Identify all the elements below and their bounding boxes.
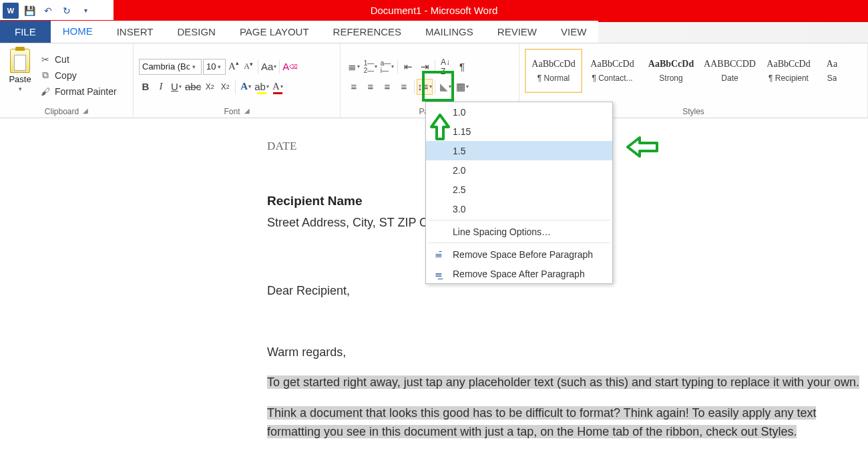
remove-space-before-icon: ≡̄ xyxy=(431,249,446,260)
group-label-clipboard: Clipboard xyxy=(45,107,79,116)
line-spacing-2.0[interactable]: 2.0 xyxy=(426,160,612,180)
borders-button[interactable]: ▦▾ xyxy=(454,79,470,95)
line-spacing-3.0[interactable]: 3.0 xyxy=(426,199,612,218)
chevron-down-icon: ▾ xyxy=(190,63,198,70)
line-spacing-options[interactable]: Line Spacing Options… xyxy=(426,222,612,241)
clear-formatting-button[interactable]: A⌫ xyxy=(282,59,298,75)
copy-icon: ⧉ xyxy=(40,69,51,81)
line-spacing-1.15[interactable]: 1.15 xyxy=(426,122,612,141)
group-label-font: Font xyxy=(224,107,240,116)
paste-button[interactable]: Paste ▾ xyxy=(5,46,35,104)
remove-space-after[interactable]: ≡̲ Remove Space After Paragraph xyxy=(426,264,612,283)
tab-page-layout[interactable]: PAGE LAYOUT xyxy=(228,21,321,43)
doc-paragraph-1[interactable]: To get started right away, just tap any … xyxy=(267,373,868,392)
clipboard-icon xyxy=(10,49,30,73)
tab-references[interactable]: REFERENCES xyxy=(321,21,414,43)
change-case-button[interactable]: Aa▾ xyxy=(261,59,276,75)
grow-font-button[interactable]: A▴ xyxy=(227,59,240,75)
decrease-indent-button[interactable]: ⇤ xyxy=(400,59,416,75)
chevron-down-icon: ▾ xyxy=(216,63,222,70)
superscript-button[interactable]: X2 xyxy=(218,79,232,95)
bullets-button[interactable]: ≣▾ xyxy=(346,59,362,75)
annotation-arrow-left xyxy=(626,136,658,158)
line-spacing-1.0[interactable]: 1.0 xyxy=(426,102,612,122)
clipboard-dialog-launcher[interactable]: ◢ xyxy=(83,107,88,116)
line-spacing-2.5[interactable]: 2.5 xyxy=(426,180,612,199)
justify-button[interactable]: ≡ xyxy=(396,79,412,95)
highlight-button[interactable]: ab▾ xyxy=(254,79,269,95)
remove-space-before[interactable]: ≡̄ Remove Space Before Paragraph xyxy=(426,245,612,264)
tab-insert[interactable]: INSERT xyxy=(105,21,166,43)
show-marks-button[interactable]: ¶ xyxy=(454,59,470,75)
remove-space-after-icon: ≡̲ xyxy=(431,269,446,279)
align-center-button[interactable]: ≡ xyxy=(363,79,379,95)
group-font: Cambria (Boc▾ 10▾ A▴ A▾ Aa▾ A⌫ B I U▾ ab… xyxy=(134,43,341,118)
numbering-button[interactable]: 1―2―▾ xyxy=(363,59,379,75)
doc-paragraph-2[interactable]: Think a document that looks this good ha… xyxy=(267,404,868,442)
tab-file[interactable]: FILE xyxy=(0,21,51,43)
group-label-styles: Styles xyxy=(682,107,704,116)
tab-home[interactable]: HOME xyxy=(51,21,105,43)
field-closing[interactable]: Warm regards, xyxy=(267,343,868,362)
underline-button[interactable]: U▾ xyxy=(170,79,183,95)
word-logo-icon: W xyxy=(3,3,19,19)
quick-access-toolbar: W 💾 ↶ ↻ ▾ xyxy=(0,0,114,21)
window-title: Document1 - Microsoft Word xyxy=(371,5,498,16)
line-spacing-menu: 1.0 1.15 1.5 2.0 2.5 3.0 Line Spacing Op… xyxy=(425,102,613,284)
save-button[interactable]: 💾 xyxy=(21,3,37,19)
styles-gallery[interactable]: AaBbCcDd ¶ Normal AaBbCcDd ¶ Contact... … xyxy=(525,49,845,104)
style-strong[interactable]: AaBbCcDd Strong xyxy=(642,49,700,93)
tab-design[interactable]: DESIGN xyxy=(165,21,228,43)
style-date[interactable]: AABBCCDD Date xyxy=(701,49,758,93)
font-name-combo[interactable]: Cambria (Boc▾ xyxy=(139,59,202,75)
subscript-button[interactable]: X2 xyxy=(203,79,216,95)
tab-view[interactable]: VIEW xyxy=(549,21,598,43)
format-painter-button[interactable]: 🖌Format Painter xyxy=(40,84,117,99)
qat-customize-button[interactable]: ▾ xyxy=(77,3,93,19)
copy-button[interactable]: ⧉Copy xyxy=(40,68,117,83)
font-color-button[interactable]: A▾ xyxy=(271,79,284,95)
align-right-button[interactable]: ≡ xyxy=(379,79,395,95)
multilevel-button[interactable]: a―i―▾ xyxy=(379,59,395,75)
tab-mailings[interactable]: MAILINGS xyxy=(413,21,485,43)
undo-button[interactable]: ↶ xyxy=(40,3,56,19)
shrink-font-button[interactable]: A▾ xyxy=(242,59,255,75)
line-spacing-button[interactable]: ↕≡▾ xyxy=(417,79,433,95)
title-bar: W 💾 ↶ ↻ ▾ Document1 - Microsoft Word xyxy=(0,0,868,21)
style-more[interactable]: Aa Sa xyxy=(819,49,845,93)
strikethrough-button[interactable]: abc xyxy=(185,79,201,95)
italic-button[interactable]: I xyxy=(154,79,168,95)
line-spacing-1.5[interactable]: 1.5 xyxy=(426,141,612,160)
group-clipboard: Paste ▾ ✂Cut ⧉Copy 🖌Format Painter Clipb… xyxy=(0,43,134,118)
align-left-button[interactable]: ≡ xyxy=(346,79,362,95)
field-salutation[interactable]: Dear Recipient, xyxy=(267,282,868,301)
paintbrush-icon: 🖌 xyxy=(40,86,51,97)
font-size-combo[interactable]: 10▾ xyxy=(203,59,226,75)
redo-button[interactable]: ↻ xyxy=(59,3,75,19)
tab-review[interactable]: REVIEW xyxy=(485,21,549,43)
style-normal[interactable]: AaBbCcDd ¶ Normal xyxy=(525,49,582,93)
sort-button[interactable]: A↓Z xyxy=(437,59,453,75)
style-recipient[interactable]: AaBbCcDd ¶ Recipient xyxy=(760,49,817,93)
style-contact[interactable]: AaBbCcDd ¶ Contact... xyxy=(584,49,641,93)
increase-indent-button[interactable]: ⇥ xyxy=(417,59,433,75)
ribbon-tabs: FILE HOME INSERT DESIGN PAGE LAYOUT REFE… xyxy=(0,21,868,43)
font-dialog-launcher[interactable]: ◢ xyxy=(244,107,250,116)
shading-button[interactable]: ◣▾ xyxy=(437,79,453,95)
bold-button[interactable]: B xyxy=(139,79,152,95)
annotation-arrow-up xyxy=(430,114,450,140)
paste-label: Paste xyxy=(9,74,31,84)
text-effects-button[interactable]: A▾ xyxy=(239,79,252,95)
scissors-icon: ✂ xyxy=(40,54,51,65)
cut-button[interactable]: ✂Cut xyxy=(40,52,117,67)
